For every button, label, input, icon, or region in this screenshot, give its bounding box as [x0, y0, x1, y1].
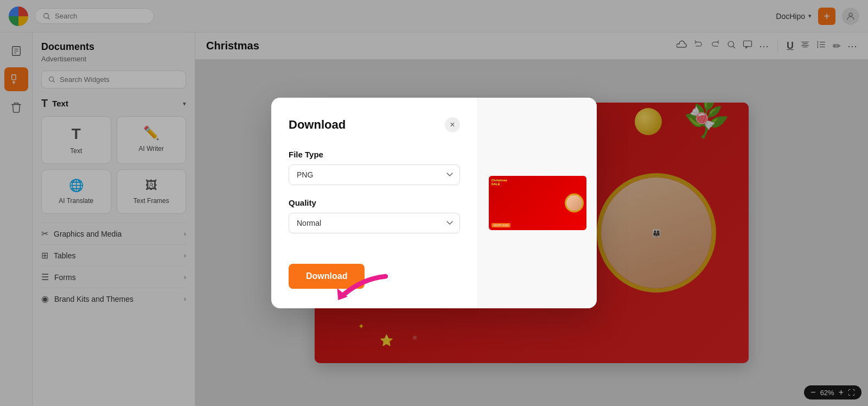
file-type-group: File Type PNG JPG PDF SVG — [289, 150, 460, 185]
quality-group: Quality Low Normal High — [289, 198, 460, 233]
quality-label: Quality — [289, 198, 460, 207]
file-type-label: File Type — [289, 150, 460, 159]
modal-close-button[interactable]: × — [445, 117, 460, 132]
download-modal: Download × File Type PNG JPG PDF SVG Qua… — [271, 98, 597, 308]
modal-form-col: Download × File Type PNG JPG PDF SVG Qua… — [271, 98, 477, 308]
download-btn-wrap: Download — [289, 264, 365, 289]
arrow-pointer-icon — [329, 269, 394, 307]
modal-overlay[interactable]: Download × File Type PNG JPG PDF SVG Qua… — [0, 0, 868, 406]
quality-select[interactable]: Low Normal High — [289, 213, 460, 233]
modal-header: Download × — [289, 117, 460, 132]
modal-title: Download — [289, 118, 346, 132]
preview-thumbnail: ChristmasSALE SHOP NOW — [489, 176, 586, 230]
modal-preview-col: ChristmasSALE SHOP NOW — [477, 98, 597, 308]
file-type-select[interactable]: PNG JPG PDF SVG — [289, 164, 460, 185]
